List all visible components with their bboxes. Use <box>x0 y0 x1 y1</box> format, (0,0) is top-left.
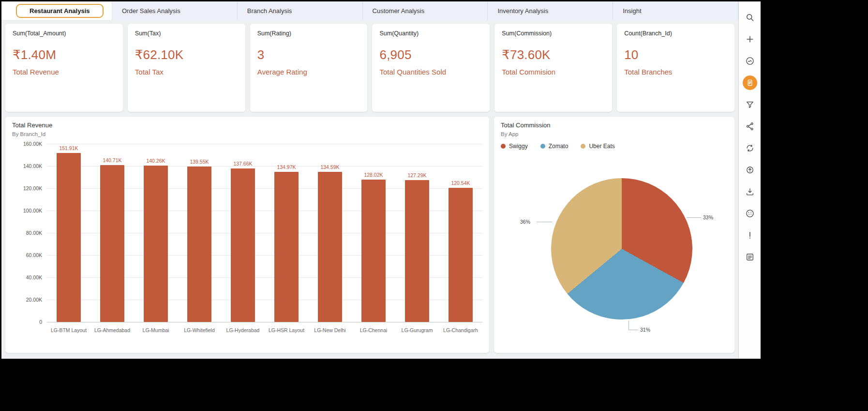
x-tick: LG-Whitefield <box>178 327 221 333</box>
y-tick: 0 <box>12 319 42 325</box>
tab-customer-analysis[interactable]: Customer Analysis <box>363 1 488 20</box>
plot-area: 151.91K 140.71K 140.26K <box>47 144 482 333</box>
bar[interactable] <box>144 166 168 322</box>
bar-group: 120.54K <box>439 144 482 322</box>
kpi-card-total-commission: Sum(Commission) ₹73.60K Total Commision <box>494 24 612 112</box>
bar-chart: 160.00K 140.00K 120.00K 100.00K 80.00K 6… <box>12 144 482 333</box>
chart-subtitle: By App <box>501 131 728 137</box>
pie-slice-label-swiggy: 33% <box>703 214 713 220</box>
kpi-label: Average Rating <box>257 68 360 76</box>
download-icon[interactable] <box>744 185 756 198</box>
kpi-card-total-branches: Count(Branch_Id) 10 Total Branches <box>617 24 734 112</box>
bar[interactable] <box>187 167 211 322</box>
legend-label: Swiggy <box>509 143 528 150</box>
share-icon[interactable] <box>744 120 756 133</box>
bar[interactable] <box>318 172 342 322</box>
kpi-label: Total Tax <box>135 68 238 76</box>
leader-line <box>629 320 629 330</box>
pie-slice-label-uber-eats: 36% <box>520 219 530 225</box>
kpi-card-total-tax: Sum(Tax) ₹62.10K Total Tax <box>128 24 245 112</box>
pie-area: 33% 36% 31% <box>501 151 728 342</box>
kpi-value: 6,905 <box>379 47 482 62</box>
bar[interactable] <box>100 165 124 322</box>
pie-slice-label-zomato: 31% <box>640 327 650 333</box>
y-tick: 40.00K <box>12 274 42 280</box>
x-tick: LG-HSR Layout <box>265 327 308 333</box>
tab-restaurant-analysis[interactable]: Restaurant Analysis <box>1 1 112 20</box>
x-tick: LG-Chandigarh <box>439 327 482 333</box>
leader-line <box>537 222 552 222</box>
bar-value-label: 128.02K <box>364 172 383 178</box>
bar-value-label: 151.91K <box>59 145 78 151</box>
bar-value-label: 134.59K <box>320 164 339 170</box>
add-icon[interactable] <box>744 33 756 46</box>
x-tick: LG-Chennai <box>352 327 395 333</box>
refresh-icon[interactable] <box>744 142 756 154</box>
kpi-value: 10 <box>624 47 727 62</box>
right-toolbar <box>738 1 761 359</box>
pie-chart[interactable] <box>551 178 692 320</box>
y-axis: 160.00K 140.00K 120.00K 100.00K 80.00K 6… <box>12 141 47 325</box>
kpi-metric: Sum(Tax) <box>135 30 238 37</box>
bar-group: 140.26K <box>134 144 178 322</box>
bar-group: 140.71K <box>90 144 134 322</box>
publish-icon[interactable] <box>744 164 756 176</box>
y-tick: 120.00K <box>12 185 42 191</box>
total-commission-pie-chart-card: Total Commission By App Swiggy Zomato Ub… <box>494 117 734 353</box>
bar-value-label: 140.26K <box>146 158 165 164</box>
bar-group: 137.66K <box>221 144 265 322</box>
bar-value-label: 139.55K <box>190 159 209 165</box>
chart-title: Total Commission <box>501 122 728 129</box>
x-tick: LG-New Delhi <box>308 327 352 333</box>
dashboard-tab-bar: Restaurant Analysis Order Sales Analysis… <box>1 1 738 20</box>
legend-item-swiggy[interactable]: Swiggy <box>501 143 528 150</box>
dashboard-main: Restaurant Analysis Order Sales Analysis… <box>1 1 738 359</box>
leader-line <box>687 217 701 218</box>
reports-icon[interactable] <box>743 76 757 90</box>
chart-subtitle: By Branch_Id <box>12 131 482 137</box>
legend-label: Zomato <box>549 143 569 150</box>
kpi-metric: Count(Branch_Id) <box>624 30 727 37</box>
bar[interactable] <box>449 188 473 322</box>
bar-group: 139.55K <box>178 144 221 322</box>
kpi-metric: Sum(Quantity) <box>379 30 482 37</box>
ai-assistant-icon[interactable] <box>744 55 756 67</box>
y-tick: 60.00K <box>12 252 42 258</box>
themes-icon[interactable] <box>744 207 756 220</box>
comments-icon[interactable] <box>744 251 756 263</box>
kpi-metric: Sum(Rating) <box>257 30 360 37</box>
search-icon[interactable] <box>744 11 756 24</box>
filter-icon[interactable] <box>744 98 756 111</box>
tab-order-sales-analysis[interactable]: Order Sales Analysis <box>112 1 238 20</box>
tab-branch-analysis[interactable]: Branch Analysis <box>238 1 363 20</box>
legend-dot <box>501 144 506 149</box>
tab-inventory-analysis[interactable]: Inventory Analysis <box>488 1 613 20</box>
bar[interactable] <box>405 180 429 322</box>
tab-insight[interactable]: Insight <box>613 1 738 20</box>
bar-value-label: 120.54K <box>451 180 470 186</box>
bar-group: 128.02K <box>352 144 395 322</box>
x-tick: LG-Mumbai <box>134 327 178 333</box>
legend-item-uber-eats[interactable]: Uber Eats <box>581 143 614 150</box>
bar-plot: 151.91K 140.71K 140.26K <box>47 144 482 322</box>
kpi-label: Total Revenue <box>13 68 116 76</box>
bar-value-label: 134.97K <box>277 164 296 170</box>
kpi-label: Total Branches <box>624 68 727 76</box>
kpi-metric: Sum(Total_Amount) <box>13 30 116 37</box>
legend-dot <box>540 144 545 149</box>
bar[interactable] <box>274 172 299 322</box>
app-window: Restaurant Analysis Order Sales Analysis… <box>1 1 761 359</box>
kpi-card-total-quantities: Sum(Quantity) 6,905 Total Quantities Sol… <box>372 24 490 112</box>
legend-item-zomato[interactable]: Zomato <box>540 143 569 150</box>
chart-title: Total Revenue <box>12 122 482 129</box>
bar[interactable] <box>361 180 386 322</box>
bar[interactable] <box>57 153 81 322</box>
alerts-icon[interactable] <box>744 229 756 242</box>
legend-dot <box>581 144 585 149</box>
tab-label: Order Sales Analysis <box>122 7 180 15</box>
active-tab-highlight: Restaurant Analysis <box>16 4 104 18</box>
bar-group: 151.91K <box>47 144 90 322</box>
kpi-value: 3 <box>257 47 360 62</box>
bar[interactable] <box>231 168 255 322</box>
x-axis: LG-BTM Layout LG-Ahmedabad LG-Mumbai LG-… <box>47 327 482 333</box>
